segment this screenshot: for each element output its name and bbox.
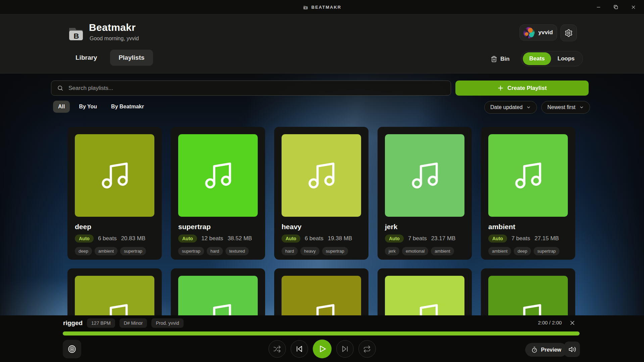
app-logo-folder-icon: B (67, 24, 85, 42)
auto-badge: Auto (282, 235, 300, 243)
repeat-button[interactable] (358, 340, 376, 358)
beat-count: 6 beats (98, 235, 117, 242)
playlist-artwork (282, 134, 361, 217)
filter-all[interactable]: All (53, 101, 70, 113)
svg-text:B: B (305, 7, 306, 9)
playlist-title: deep (75, 223, 154, 231)
create-playlist-button[interactable]: Create Playlist (455, 81, 589, 96)
focus-mode-button[interactable] (63, 340, 81, 358)
settings-button[interactable] (560, 24, 577, 41)
playlist-title: heavy (282, 223, 361, 231)
next-button[interactable] (336, 340, 354, 358)
tab-playlists[interactable]: Playlists (110, 50, 153, 66)
titlebar: B BEATMAKR (0, 0, 644, 14)
playlist-artwork (178, 134, 258, 217)
user-profile-button[interactable]: yvvid (519, 24, 557, 41)
playlist-meta: Auto6 beats20.83 MB (75, 235, 154, 243)
preview-button[interactable]: Preview (525, 343, 567, 357)
beat-count: 7 beats (511, 235, 530, 242)
search-input[interactable] (68, 85, 445, 92)
tag-list: deepambientsupertrap (75, 247, 154, 255)
music-note-icon (512, 160, 544, 191)
playlist-meta: Auto7 beats27.15 MB (488, 235, 568, 243)
player-bar: rigged 127 BPM D# Minor Prod. yvvid 2:00… (0, 315, 644, 362)
preview-label: Preview (541, 347, 561, 353)
playlist-card[interactable]: supertrapAuto12 beats38.52 MBsupertrapha… (171, 127, 265, 260)
player-close-button[interactable] (567, 318, 577, 328)
chevron-down-icon (579, 105, 584, 110)
greeting-text: Good morning, yvvid (90, 36, 139, 42)
tag-chip: ambient (431, 247, 454, 255)
volume-button[interactable] (564, 342, 580, 357)
svg-text:B: B (73, 32, 79, 40)
playlist-card[interactable]: ambientAuto7 beats27.15 MBambientdeepsup… (481, 127, 575, 260)
shuffle-button[interactable] (268, 340, 286, 358)
music-note-icon (99, 160, 131, 191)
auto-badge: Auto (178, 235, 197, 243)
plus-icon (497, 85, 504, 91)
filter-by-you[interactable]: By You (74, 101, 102, 113)
playlist-meta: Auto6 beats19.38 MB (282, 235, 361, 243)
now-playing-info: rigged 127 BPM D# Minor Prod. yvvid (63, 318, 184, 328)
sort-field-dropdown[interactable]: Date updated (484, 101, 537, 114)
playlist-grid-row-1: deepAuto6 beats20.83 MBdeepambientsupert… (67, 127, 575, 260)
restore-button[interactable] (607, 0, 625, 14)
play-button[interactable] (313, 340, 332, 358)
tag-chip: textured (226, 247, 249, 255)
toggle-loops[interactable]: Loops (551, 52, 581, 65)
playlist-artwork (488, 134, 568, 217)
search-bar (51, 81, 451, 96)
beat-count: 12 beats (201, 235, 223, 242)
tag-list: hardheavysupertrap (282, 247, 361, 255)
bin-button[interactable]: Bin (491, 51, 509, 67)
main-tabs: Library Playlists (67, 50, 153, 66)
app-folder-mini-icon: B (303, 4, 308, 10)
auto-badge: Auto (75, 235, 94, 243)
titlebar-title-text: BEATMAKR (311, 5, 341, 10)
playlist-title: jerk (385, 223, 464, 231)
auto-badge: Auto (385, 235, 404, 243)
playlist-card[interactable]: jerkAuto7 beats23.17 MBjerkemotionalambi… (378, 127, 472, 260)
close-button[interactable] (625, 0, 642, 14)
tag-chip: supertrap (178, 247, 204, 255)
toggle-beats[interactable]: Beats (523, 52, 551, 65)
playlist-card[interactable]: heavyAuto6 beats19.38 MBhardheavysupertr… (274, 127, 368, 260)
tag-chip: deep (75, 247, 92, 255)
filter-chips: All By You By Beatmakr (53, 101, 149, 113)
track-title: rigged (63, 319, 83, 327)
tag-chip: jerk (385, 247, 399, 255)
sort-field-label: Date updated (490, 104, 523, 110)
trash-icon (491, 56, 497, 62)
sort-order-dropdown[interactable]: Newest first (541, 101, 590, 114)
key-badge: D# Minor (119, 318, 147, 328)
playlist-card[interactable]: deepAuto6 beats20.83 MBdeepambientsupert… (67, 127, 162, 260)
user-name: yvvid (538, 29, 553, 36)
seek-bar[interactable] (63, 331, 580, 335)
skip-back-icon (295, 345, 303, 353)
filter-by-beatmakr[interactable]: By Beatmakr (106, 101, 149, 113)
target-icon (67, 345, 77, 354)
previous-button[interactable] (291, 340, 308, 358)
app-header: B Beatmakr Good morning, yvvid Library P… (0, 14, 644, 73)
volume-icon (568, 346, 576, 353)
tag-chip: ambient (488, 247, 511, 255)
repeat-icon (363, 345, 371, 353)
search-icon (57, 85, 63, 91)
tab-library[interactable]: Library (67, 50, 105, 66)
chevron-down-icon (526, 105, 531, 110)
sort-order-label: Newest first (547, 104, 576, 110)
tag-chip: heavy (300, 247, 319, 255)
playlist-title: ambient (488, 223, 568, 231)
tag-chip: supertrap (322, 247, 348, 255)
music-note-icon (306, 160, 337, 191)
seek-bar-fill (63, 331, 580, 335)
tag-chip: ambient (95, 247, 117, 255)
avatar (524, 27, 535, 38)
bpm-badge: 127 BPM (87, 318, 115, 328)
tag-chip: supertrap (534, 247, 559, 255)
file-size: 19.38 MB (328, 235, 352, 242)
beat-count: 6 beats (305, 235, 324, 242)
playlist-meta: Auto7 beats23.17 MB (385, 235, 464, 243)
beats-loops-toggle: Beats Loops (521, 51, 583, 66)
minimize-button[interactable] (590, 0, 607, 14)
